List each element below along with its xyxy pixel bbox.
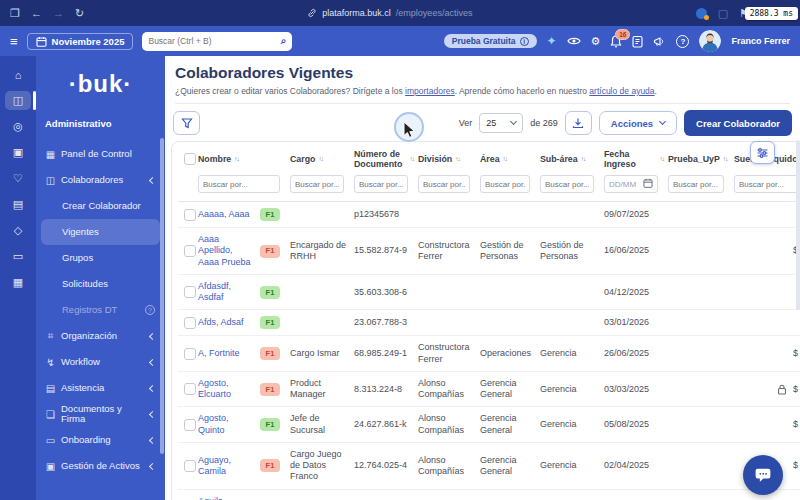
trial-badge[interactable]: Prueba Gratuita i xyxy=(444,34,537,48)
row-checkbox[interactable] xyxy=(184,419,196,431)
column-header-fecha-ingreso[interactable]: Fecha Ingreso↑↓ xyxy=(604,149,668,169)
employee-name-link[interactable]: Afdasdf, Asdfaf xyxy=(198,281,231,302)
column-header-prueba-uyp[interactable]: Prueba_UyP↑↓ xyxy=(668,154,734,164)
sidebar-item-onboarding[interactable]: ▭Onboarding xyxy=(36,427,165,453)
crear-colaborador-button[interactable]: Crear Colaborador xyxy=(684,110,792,136)
cell-fecha-ingreso: 02/04/2025 xyxy=(604,460,668,471)
sidebar-item-colaboradores[interactable]: ◫Colaboradores xyxy=(36,167,165,193)
megaphone-icon[interactable] xyxy=(653,36,666,47)
row-checkbox[interactable] xyxy=(184,245,196,257)
rail-pagos-icon[interactable]: ▦ xyxy=(5,273,31,292)
extension-icon-2[interactable]: ▢ xyxy=(718,7,728,20)
rail-remuneraciones-icon[interactable]: ◎ xyxy=(5,117,31,136)
employee-name-link[interactable]: Aaaaa, Aaaa xyxy=(198,209,250,219)
rail-beneficios-icon[interactable]: ▣ xyxy=(5,143,31,162)
sidebar-item-documentos-y-firma[interactable]: ❏Documentos y Firma xyxy=(36,401,165,427)
extension-icon[interactable] xyxy=(696,8,707,19)
prueba-uyp-filter-input[interactable] xyxy=(668,175,724,193)
employee-name-link[interactable]: Afds, Adsaf xyxy=(198,317,244,327)
sort-icon[interactable]: ↑↓ xyxy=(234,155,239,162)
period-selector[interactable]: Noviembre 2025 xyxy=(27,33,134,50)
sort-icon[interactable]: ↑↓ xyxy=(410,155,415,162)
sidebar-item-workflow[interactable]: ↯Workflow xyxy=(36,349,165,375)
download-button[interactable] xyxy=(565,111,592,135)
hamburger-icon[interactable]: ≡ xyxy=(10,34,18,49)
select-all-checkbox[interactable] xyxy=(184,153,196,165)
employee-name-link[interactable]: Aguayo, Camila xyxy=(198,455,231,476)
ver-label: Ver xyxy=(459,118,473,128)
chat-fab-button[interactable] xyxy=(743,455,783,495)
column-header-area[interactable]: Área↑↓ xyxy=(480,154,540,164)
employee-name-link[interactable]: Aguila, Benjamín xyxy=(198,496,236,500)
reload-icon[interactable]: ↻ xyxy=(75,7,84,20)
sidebar-item-solicitudes[interactable]: Solicitudes xyxy=(36,271,165,297)
employee-name-link[interactable]: A, Fortnite xyxy=(198,348,240,358)
rail-trabajo-icon[interactable]: ▤ xyxy=(5,195,31,214)
browser-sidebar-icon[interactable]: ❐ xyxy=(10,7,20,20)
row-checkbox[interactable] xyxy=(184,348,196,360)
ai-sparkle-icon[interactable]: ✦ xyxy=(547,34,557,48)
sidebar-item-grupos[interactable]: Grupos xyxy=(36,245,165,271)
rail-documentos-icon[interactable]: ▭ xyxy=(5,247,31,266)
gear-icon[interactable]: ⚙ xyxy=(591,35,601,48)
division-filter-input[interactable] xyxy=(418,175,470,193)
cargo-filter-input[interactable] xyxy=(290,175,344,193)
page-size-select[interactable]: 25 xyxy=(479,113,523,133)
rail-employees-icon[interactable]: ◫ xyxy=(5,91,31,110)
sidebar-item-asistencia[interactable]: ▤Asistencia xyxy=(36,375,165,401)
column-settings-button[interactable] xyxy=(750,141,775,164)
global-search[interactable]: ⌕ xyxy=(142,32,292,51)
table-scrollbar[interactable] xyxy=(796,140,800,310)
cell-subarea: Gerencia xyxy=(540,348,604,359)
subarea-filter-input[interactable] xyxy=(540,175,594,193)
employee-name-link[interactable]: Agosto, Elcuarto xyxy=(198,378,231,399)
sidebar-item-gestion-de-activos[interactable]: ▣Gestión de Activos xyxy=(36,453,165,479)
eye-icon[interactable] xyxy=(567,36,581,46)
employee-name-link[interactable]: Agosto, Quinto xyxy=(198,413,229,434)
rail-formacion-icon[interactable]: ◇ xyxy=(5,221,31,240)
area-filter-input[interactable] xyxy=(480,175,530,193)
fecha-ingreso-filter-input[interactable]: DD/MM xyxy=(604,175,658,193)
rail-talento-icon[interactable]: ♡ xyxy=(5,169,31,188)
importadores-link[interactable]: importadores xyxy=(405,86,455,96)
column-header-subarea[interactable]: Sub-área↑↓ xyxy=(540,154,604,164)
lock-icon xyxy=(777,383,789,395)
sort-icon[interactable]: ↑↓ xyxy=(455,155,460,162)
column-header-division[interactable]: División↑↓ xyxy=(418,154,480,164)
avatar[interactable] xyxy=(699,30,721,52)
sort-icon[interactable]: ↑↓ xyxy=(660,155,665,162)
sort-icon[interactable]: ↑↓ xyxy=(581,155,586,162)
row-checkbox[interactable] xyxy=(184,383,196,395)
column-header-cargo[interactable]: Cargo↑↓ xyxy=(290,154,354,164)
row-checkbox[interactable] xyxy=(184,286,196,298)
back-icon[interactable]: ← xyxy=(31,7,42,19)
sidebar-item-registros-dt[interactable]: Registros DT? xyxy=(36,297,165,323)
sidebar-item-panel-de-control[interactable]: ▦Panel de Control xyxy=(36,141,165,167)
filter-button[interactable] xyxy=(173,111,200,135)
sort-icon[interactable]: ↑↓ xyxy=(723,155,728,162)
sueldo-filter-input[interactable] xyxy=(734,175,800,193)
sidebar-item-vigentes[interactable]: Vigentes xyxy=(41,219,160,245)
help-icon[interactable]: ? xyxy=(676,35,689,48)
sidebar-item-organizacion[interactable]: ⌗Organización xyxy=(36,323,165,349)
documento-filter-input[interactable] xyxy=(354,175,408,193)
employee-name-link[interactable]: Aaaa Apellido, Aaaa Prueba xyxy=(198,234,251,267)
column-header-documento[interactable]: Número de Documento↑↓ xyxy=(354,149,418,169)
url-bar[interactable]: plataforma.buk.cl/employees/actives xyxy=(307,8,472,18)
sidebar-item-crear-colaborador[interactable]: Crear Colaborador xyxy=(36,193,165,219)
acciones-button[interactable]: Acciones xyxy=(599,111,677,135)
row-checkbox[interactable] xyxy=(184,317,196,329)
rail-home-icon[interactable]: ⌂ xyxy=(5,65,31,84)
forward-icon[interactable]: → xyxy=(53,7,64,19)
clipboard-icon[interactable] xyxy=(632,35,643,48)
sidebar-scrollbar[interactable] xyxy=(160,138,164,454)
nombre-filter-input[interactable] xyxy=(198,175,280,193)
search-input[interactable] xyxy=(148,36,276,46)
sort-icon[interactable]: ↑↓ xyxy=(318,155,323,162)
sort-icon[interactable]: ↑↓ xyxy=(503,155,508,162)
column-header-nombre[interactable]: Nombre↑↓ xyxy=(198,154,290,164)
bell-icon[interactable]: 16 xyxy=(610,35,622,48)
row-checkbox[interactable] xyxy=(184,460,196,472)
help-article-link[interactable]: artículo de ayuda xyxy=(589,86,654,96)
row-checkbox[interactable] xyxy=(184,209,196,221)
